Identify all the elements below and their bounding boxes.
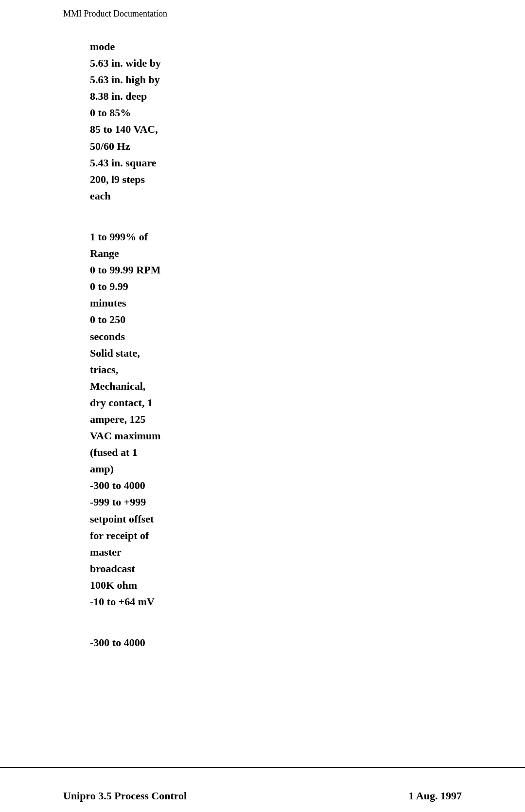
content-line: mode [90,38,435,55]
content-line: (fused at 1 [90,444,435,461]
content-line: setpoint offset [90,511,435,527]
spacer-2 [90,610,435,634]
footer: Unipro 3.5 Process Control 1 Aug. 1997 [0,790,525,802]
content-line: -300 to 4000 [90,477,435,494]
content-line: 0 to 99.99 RPM [90,262,435,278]
content-line: dry contact, 1 [90,395,435,411]
content-line: 0 to 9.99 [90,278,435,295]
content-line: master [90,544,435,560]
content-line: 200, l9 steps [90,171,435,188]
content-line: 5.63 in. wide by [90,55,435,72]
page-container: MMI Product Documentation mode5.63 in. w… [0,0,525,812]
content-line: -999 to +999 [90,494,435,510]
content-line: 5.43 in. square [90,155,435,171]
content-line: triacs, [90,361,435,378]
content-line: minutes [90,295,435,311]
content-line: Solid state, [90,345,435,361]
content-line: 100K ohm [90,577,435,594]
content-line: for receipt of [90,527,435,544]
content-line: 85 to 140 VAC, [90,121,435,138]
content-line: 50/60 Hz [90,138,435,155]
content-line: 0 to 85% [90,105,435,121]
content-line: seconds [90,328,435,345]
content-line: broadcast [90,560,435,577]
footer-left: Unipro 3.5 Process Control [63,790,187,802]
content-line: 1 to 999% of [90,229,435,245]
content-line: each [90,188,435,204]
content-block-1: mode5.63 in. wide by5.63 in. high by8.38… [90,38,435,204]
content-block-2: 1 to 999% ofRange0 to 99.99 RPM0 to 9.99… [90,229,435,610]
content-line: ampere, 125 [90,411,435,428]
content-line: -300 to 4000 [90,634,435,651]
footer-right: 1 Aug. 1997 [409,790,462,802]
content-line: VAC maximum [90,428,435,444]
footer-line [0,767,525,768]
header-title: MMI Product Documentation [63,9,167,18]
content-block-3: -300 to 4000 [90,634,435,651]
main-content: mode5.63 in. wide by5.63 in. high by8.38… [0,24,525,700]
content-line: 5.63 in. high by [90,72,435,88]
spacer-1 [90,204,435,229]
content-line: amp) [90,461,435,477]
page-header: MMI Product Documentation [0,0,525,24]
content-line: Mechanical, [90,378,435,395]
content-line: -10 to +64 mV [90,594,435,610]
content-line: Range [90,245,435,262]
content-line: 8.38 in. deep [90,88,435,105]
content-line: 0 to 250 [90,311,435,328]
